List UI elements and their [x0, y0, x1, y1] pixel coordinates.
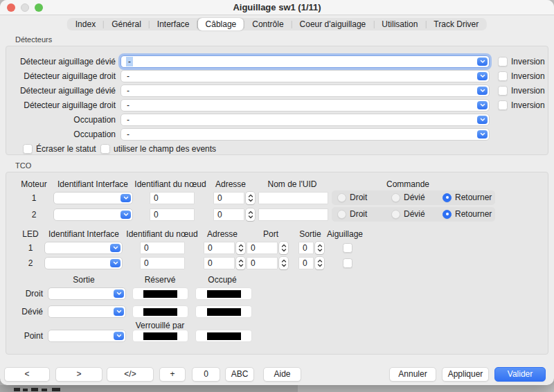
champ-events-checkbox[interactable]: [100, 144, 110, 154]
occupation-2-select[interactable]: -: [120, 128, 490, 141]
moteur-2-adresse-stepper[interactable]: [246, 208, 255, 221]
reserve-column-header: Réservé: [145, 275, 176, 285]
close-button[interactable]: [7, 3, 15, 12]
moteur-2-noeud-field[interactable]: 0: [150, 208, 195, 221]
moteur-1-adresse-stepper[interactable]: [246, 192, 255, 204]
led-number: 2: [24, 257, 37, 269]
radio-circle-icon: [337, 210, 346, 219]
tab-controle[interactable]: Contrôle: [244, 18, 291, 30]
tab-utilisation[interactable]: Utilisation: [374, 18, 425, 30]
zero-button[interactable]: 0: [192, 367, 220, 382]
appliquer-button[interactable]: Appliquer: [442, 367, 489, 382]
ecraser-statut-checkbox[interactable]: [23, 144, 33, 154]
previous-button[interactable]: <: [4, 367, 50, 382]
moteur-1-uid-field[interactable]: [258, 192, 328, 204]
chevron-down-icon: [110, 244, 120, 252]
inversion-label: Inversion: [511, 84, 545, 97]
output-row-point: Point: [6, 330, 548, 342]
led-2-sortie-field[interactable]: 0: [298, 257, 314, 269]
stepper-up-down-icon: [248, 210, 253, 220]
moteur-2-interface-select[interactable]: [53, 208, 133, 221]
led-1-port-stepper[interactable]: [279, 242, 288, 254]
selected-value: -: [127, 130, 129, 139]
led-2-adresse-stepper[interactable]: [236, 257, 245, 269]
add-button[interactable]: +: [159, 367, 186, 382]
detector-row: Détecteur aiguillage dévié - Inversion: [6, 55, 548, 68]
moteur-1-commande-group: Droit Dévié Retourner: [332, 190, 495, 205]
radio-devie[interactable]: Dévié: [391, 209, 425, 219]
occupation-1-select[interactable]: -: [120, 114, 490, 126]
led-2-port-stepper[interactable]: [279, 257, 288, 269]
led-1-interface-select[interactable]: [44, 242, 123, 254]
moteur-1-noeud-field[interactable]: 0: [150, 192, 195, 204]
led-2-port-field[interactable]: 0: [247, 257, 278, 269]
point-sortie-select[interactable]: [48, 330, 126, 342]
devie-sortie-select[interactable]: [48, 305, 126, 318]
led-2-sortie-stepper[interactable]: [315, 257, 324, 269]
moteur-1-adresse-field[interactable]: 0: [213, 192, 244, 204]
chevron-down-icon: [110, 259, 120, 267]
detecteurs-groupbox: Détecteur aiguillage dévié - Inversion D…: [6, 46, 548, 155]
led-1-port-field[interactable]: 0: [247, 242, 278, 254]
detector-label: Détecteur aiguillage droit: [6, 99, 116, 112]
detector-label: Détecteur aiguillage dévié: [6, 55, 116, 68]
led-2-aiguillage-checkbox[interactable]: [343, 258, 352, 268]
tab-coeur-aiguillage[interactable]: Coeur d'aiguillage: [292, 18, 374, 30]
led-2-noeud-field[interactable]: 0: [140, 257, 185, 269]
radio-droit[interactable]: Droit: [337, 193, 367, 202]
inversion-label: Inversion: [511, 70, 545, 82]
tco-group-label: TCO: [15, 161, 31, 170]
uid-header: Nom de l'UID: [268, 179, 317, 189]
tab-index[interactable]: Index: [68, 18, 103, 30]
moteur-2-uid-field[interactable]: [258, 208, 328, 221]
radio-droit[interactable]: Droit: [337, 209, 367, 219]
moteur-row: 2 0 0 Droit Dévié: [6, 208, 548, 221]
moteur-2-adresse-field[interactable]: 0: [213, 208, 244, 221]
abc-button[interactable]: ABC: [225, 367, 254, 382]
chevron-down-icon: [477, 57, 488, 66]
chevron-down-icon: [114, 308, 124, 316]
inversion-checkbox[interactable]: [498, 57, 508, 66]
selected-value: -: [127, 86, 129, 96]
detector-droit-2-select[interactable]: -: [120, 99, 490, 112]
detector-droit-1-select[interactable]: -: [120, 70, 490, 82]
aide-button[interactable]: Aide: [263, 367, 301, 382]
tab-general[interactable]: Général: [104, 18, 149, 30]
droit-sortie-select[interactable]: [48, 287, 126, 300]
noeud-header: Identifiant du nœud: [126, 229, 197, 239]
moteur-1-interface-select[interactable]: [53, 192, 133, 204]
stepper-up-down-icon: [317, 243, 323, 253]
detector-devie-1-select[interactable]: -: [120, 55, 490, 68]
zoom-button[interactable]: [35, 3, 43, 12]
tab-cablage[interactable]: Câblage: [198, 18, 244, 30]
led-1-adresse-field[interactable]: 0: [204, 242, 235, 254]
output-row-label: Point: [6, 330, 43, 342]
led-2-interface-select[interactable]: [44, 257, 123, 269]
minimize-button[interactable]: [21, 3, 29, 12]
radio-circle-icon: [391, 193, 400, 202]
next-button[interactable]: >: [55, 367, 102, 382]
inversion-checkbox[interactable]: [498, 86, 508, 96]
output-row-devie: Dévié: [6, 305, 548, 318]
led-1-aiguillage-checkbox[interactable]: [343, 243, 352, 253]
led-1-sortie-field[interactable]: 0: [298, 242, 314, 254]
radio-retourner[interactable]: Retourner: [443, 209, 492, 219]
detector-devie-2-select[interactable]: -: [120, 84, 490, 97]
radio-devie[interactable]: Dévié: [391, 193, 425, 202]
annuler-button[interactable]: Annuler: [389, 367, 436, 382]
radio-selected-icon: [443, 193, 452, 202]
inversion-checkbox[interactable]: [498, 71, 508, 81]
chevron-down-icon: [120, 211, 131, 219]
code-button[interactable]: </>: [107, 367, 154, 382]
commande-header: Commande: [386, 179, 429, 189]
led-2-adresse-field[interactable]: 0: [204, 257, 235, 269]
noeud-header: Identifiant du nœud: [134, 179, 206, 189]
led-1-adresse-stepper[interactable]: [236, 242, 245, 254]
inversion-checkbox[interactable]: [498, 100, 508, 110]
valider-button[interactable]: Valider: [494, 367, 546, 382]
led-1-noeud-field[interactable]: 0: [140, 242, 185, 254]
led-1-sortie-stepper[interactable]: [315, 242, 324, 254]
radio-retourner[interactable]: Retourner: [443, 193, 492, 202]
tab-track-driver[interactable]: Track Driver: [426, 18, 486, 30]
tab-interface[interactable]: Interface: [150, 18, 197, 30]
